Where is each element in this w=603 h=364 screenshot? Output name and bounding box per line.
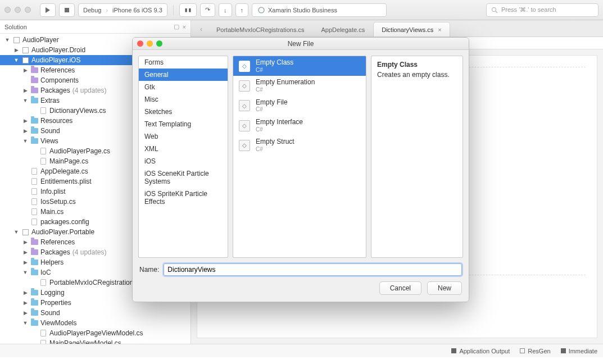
folder-icon: [30, 320, 38, 326]
folder-icon: [30, 77, 38, 84]
folder-icon: [30, 289, 38, 296]
panel-pin-icon[interactable]: ▢: [174, 23, 179, 30]
desc-title: Empty Class: [377, 61, 457, 69]
file-icon: [39, 330, 47, 336]
folder-icon: [30, 128, 38, 134]
tree-node-label: IoC: [40, 269, 51, 276]
template-sublabel: C#: [256, 67, 293, 74]
step-out-button[interactable]: ↑: [235, 3, 249, 17]
pause-button[interactable]: ▮▮: [179, 3, 197, 17]
folder-icon: [30, 138, 38, 144]
status-bar: Application Output ResGen Immediate: [0, 344, 603, 357]
tree-node[interactable]: AudioPlayerPageViewModel.cs: [0, 328, 191, 338]
template-item[interactable]: ◇Empty FileC#: [233, 96, 366, 116]
config-label: Debug: [83, 7, 101, 13]
template-item[interactable]: ◇Empty ClassC#: [233, 56, 366, 76]
tree-node-label: References: [40, 238, 75, 246]
disclosure-arrow-icon: ▼: [22, 320, 28, 326]
template-item[interactable]: ◇Empty InterfaceC#: [233, 116, 366, 135]
tree-node-suffix: (4 updates): [72, 248, 107, 256]
file-icon: [39, 148, 47, 154]
run-button[interactable]: [40, 3, 56, 17]
disclosure-arrow-icon: ▼: [13, 229, 19, 235]
tree-node-label: Packages: [40, 87, 70, 94]
tree-node-label: PortableMvxIoCRegistrations.cs: [49, 279, 146, 286]
tree-node-label: Info.plist: [40, 188, 66, 195]
disclosure-arrow-icon: ▶: [22, 249, 28, 255]
template-item[interactable]: ◇Empty EnumerationC#: [233, 76, 366, 95]
file-icon: [30, 168, 38, 175]
tab-close-icon[interactable]: ×: [438, 26, 441, 33]
tree-node-label: AudioPlayer: [22, 36, 59, 44]
category-item[interactable]: XML: [139, 143, 228, 155]
editor-tabs: ‹ PortableMvxIoCRegistrations.csAppDeleg…: [191, 20, 603, 37]
new-button[interactable]: New: [427, 281, 462, 295]
template-item[interactable]: ◇Empty StructC#: [233, 135, 366, 155]
template-list[interactable]: ◇Empty ClassC#◇Empty EnumerationC#◇Empty…: [233, 56, 366, 258]
window-traffic-lights[interactable]: [4, 7, 31, 13]
tree-node[interactable]: ▼ViewModels: [0, 318, 191, 328]
status-resgen[interactable]: ResGen: [520, 348, 550, 354]
tree-node-label: Extras: [40, 97, 60, 104]
editor-tab[interactable]: DictionaryViews.cs×: [373, 22, 450, 37]
template-label: Empty Class: [256, 59, 293, 67]
category-item[interactable]: iOS SceneKit Particle Systems: [139, 167, 228, 188]
template-label: Empty Enumeration: [256, 79, 315, 87]
category-item[interactable]: Forms: [139, 56, 228, 69]
solution-icon: [12, 37, 20, 43]
folder-icon: [30, 249, 38, 256]
template-description: Empty Class Creates an empty class.: [371, 56, 463, 258]
step-over-button[interactable]: ↷: [200, 3, 215, 17]
editor-tab[interactable]: AppDelegate.cs: [313, 22, 374, 37]
editor-tab[interactable]: PortableMvxIoCRegistrations.cs: [208, 22, 313, 37]
name-label: Name:: [139, 266, 159, 274]
folder-icon: [30, 299, 38, 306]
name-input[interactable]: [164, 263, 462, 276]
svg-point-2: [259, 7, 264, 13]
tree-node[interactable]: MainPageViewModel.cs: [0, 338, 191, 344]
desc-body: Creates an empty class.: [377, 71, 457, 79]
stop-button[interactable]: [59, 3, 75, 17]
cancel-button[interactable]: Cancel: [379, 281, 421, 295]
tree-node-label: Helpers: [40, 258, 64, 266]
disclosure-arrow-icon: ▶: [22, 290, 28, 295]
tree-node-label: ViewModels: [40, 319, 76, 327]
template-icon: ◇: [239, 100, 250, 111]
global-search[interactable]: Press '⌘.' to search: [486, 3, 599, 17]
category-item[interactable]: Gtk: [139, 81, 228, 93]
category-item[interactable]: Sketches: [139, 106, 228, 118]
category-item[interactable]: Web: [139, 130, 228, 143]
step-in-button[interactable]: ↓: [219, 3, 232, 17]
category-item[interactable]: Text Templating: [139, 118, 228, 130]
tree-node[interactable]: ▶Sound: [0, 308, 191, 318]
template-label: Empty Struct: [256, 138, 294, 146]
tree-node-label: IosSetup.cs: [40, 198, 76, 206]
tab-nav-left-icon[interactable]: ‹: [194, 22, 208, 37]
file-icon: [39, 279, 47, 286]
solution-title: Solution: [4, 24, 27, 30]
folder-icon: [30, 310, 38, 316]
tab-label: AppDelegate.cs: [321, 26, 365, 33]
tree-node-label: MainPageViewModel.cs: [49, 339, 121, 344]
category-item[interactable]: iOS: [139, 155, 228, 167]
category-item[interactable]: General: [139, 69, 228, 81]
category-item[interactable]: Misc: [139, 93, 228, 106]
run-config-selector[interactable]: Debug › iPhone 6s iOS 9.3: [78, 3, 167, 17]
folder-icon: [30, 67, 38, 74]
tree-node-label: Main.cs: [40, 208, 64, 216]
svg-marker-0: [46, 7, 50, 13]
folder-icon: [30, 269, 38, 276]
status-application-output[interactable]: Application Output: [451, 348, 510, 354]
svg-line-4: [496, 11, 497, 13]
tree-node-label: Entitlements.plist: [40, 178, 92, 185]
dialog-traffic-lights[interactable]: [137, 40, 162, 47]
disclosure-arrow-icon: ▶: [22, 239, 28, 245]
file-icon: [30, 188, 38, 195]
tree-node-label: AppDelegate.cs: [40, 167, 88, 175]
panel-close-icon[interactable]: ×: [183, 24, 186, 30]
status-immediate[interactable]: Immediate: [561, 348, 597, 354]
category-item[interactable]: iOS SpriteKit Particle Effects: [139, 188, 228, 208]
tree-node-label: MainPage.cs: [49, 157, 88, 165]
category-list[interactable]: FormsGeneralGtkMiscSketchesText Templati…: [138, 56, 228, 258]
dialog-titlebar: New File: [133, 38, 469, 50]
